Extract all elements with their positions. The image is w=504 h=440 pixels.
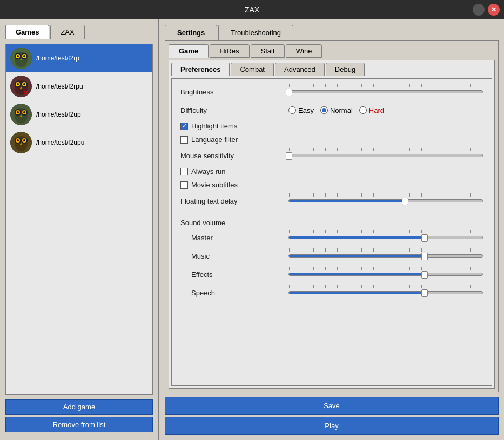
play-button[interactable]: Play	[165, 417, 499, 435]
game-item-1[interactable]: ✕ /home/test/f2rpu	[6, 72, 152, 100]
svg-point-34	[17, 139, 19, 141]
difficulty-radio-group: Easy Normal Hard	[288, 106, 384, 114]
music-volume-control	[288, 254, 483, 258]
bottom-buttons: Save Play	[165, 397, 499, 435]
speech-volume-row: Speech	[180, 286, 483, 299]
game-avatar-2	[10, 104, 32, 125]
save-button[interactable]: Save	[165, 397, 499, 415]
highlight-items-label: Highlight items	[191, 122, 299, 130]
floating-text-delay-ticks	[289, 193, 482, 199]
difficulty-hard[interactable]: Hard	[359, 106, 384, 114]
language-filter-row[interactable]: Language filter	[180, 136, 483, 144]
language-filter-label: Language filter	[191, 136, 299, 144]
tab-settings[interactable]: Settings	[165, 25, 217, 40]
speech-volume-label: Speech	[180, 289, 288, 297]
effects-ticks	[289, 267, 482, 272]
svg-point-7	[23, 55, 25, 57]
pref-content: Brightness	[171, 78, 492, 386]
tab-zax[interactable]: ZAX	[50, 25, 84, 39]
master-volume-label: Master	[180, 234, 288, 242]
pref-tab-debug[interactable]: Debug	[326, 63, 365, 76]
game-settings-area: Preferences Combat Advanced Debug Bright…	[169, 60, 495, 389]
pref-tab-advanced[interactable]: Advanced	[275, 63, 325, 76]
always-run-label: Always run	[191, 167, 299, 175]
always-run-row[interactable]: Always run	[180, 167, 483, 175]
floating-text-delay-row: Floating text delay	[180, 194, 483, 207]
radio-easy-label: Easy	[298, 106, 314, 114]
movie-subtitles-checkbox[interactable]	[180, 181, 188, 189]
app-title: ZAX	[245, 5, 259, 14]
master-volume-slider[interactable]	[288, 236, 483, 239]
music-ticks	[289, 248, 482, 254]
titlebar: ZAX — ✕	[0, 0, 504, 19]
left-tabs: Games ZAX	[5, 25, 153, 39]
top-tabs: Settings Troubleshooting	[165, 25, 499, 40]
brightness-ticks	[289, 84, 482, 90]
svg-text:✕: ✕	[23, 89, 29, 97]
mouse-sensitivity-ticks	[289, 148, 482, 153]
tab-games[interactable]: Games	[5, 25, 49, 39]
movie-subtitles-label: Movie subtitles	[191, 181, 299, 189]
game-avatar-0	[10, 48, 32, 69]
game-path-1: /home/test/f2rpu	[36, 83, 83, 90]
window-controls: — ✕	[473, 4, 500, 16]
svg-point-25	[17, 111, 19, 113]
main-layout: Games ZAX /home/test/f2rp ✕	[0, 19, 504, 440]
svg-point-6	[17, 55, 19, 57]
difficulty-label: Difficulty	[180, 106, 288, 114]
movie-subtitles-row[interactable]: Movie subtitles	[180, 181, 483, 189]
floating-text-delay-label: Floating text delay	[180, 197, 288, 205]
difficulty-easy[interactable]: Easy	[288, 106, 314, 114]
mouse-sensitivity-slider[interactable]	[288, 154, 483, 157]
floating-text-delay-slider[interactable]	[288, 199, 483, 202]
svg-point-16	[23, 83, 25, 85]
language-filter-checkbox[interactable]	[180, 136, 188, 144]
close-button[interactable]: ✕	[488, 4, 500, 16]
tab-troubleshooting[interactable]: Troubleshooting	[218, 25, 293, 40]
highlight-items-checkbox[interactable]: ✓	[180, 123, 188, 130]
svg-point-15	[17, 83, 19, 85]
game-avatar-3	[10, 132, 32, 153]
always-run-checkbox[interactable]	[180, 168, 188, 175]
effects-volume-control	[288, 273, 483, 276]
pref-tabs: Preferences Combat Advanced Debug	[171, 63, 492, 76]
music-volume-slider[interactable]	[288, 254, 483, 258]
game-path-3: /home/test/f2upu	[36, 139, 84, 146]
game-item-0[interactable]: /home/test/f2rp	[6, 44, 152, 72]
music-volume-row: Music	[180, 249, 483, 262]
sub-tab-sfall[interactable]: Sfall	[251, 44, 285, 58]
left-panel: Games ZAX /home/test/f2rp ✕	[0, 19, 159, 440]
brightness-slider[interactable]	[288, 90, 483, 93]
section-divider	[180, 213, 483, 213]
music-volume-label: Music	[180, 252, 288, 260]
settings-area: Game HiRes Sfall Wine Preferences Combat…	[165, 40, 499, 392]
difficulty-normal[interactable]: Normal	[320, 106, 353, 114]
speech-volume-control	[288, 291, 483, 294]
speech-ticks	[289, 285, 482, 290]
highlight-items-row[interactable]: ✓ Highlight items	[180, 122, 483, 130]
floating-text-delay-control	[288, 199, 483, 202]
radio-easy	[288, 106, 296, 114]
sub-tab-hires[interactable]: HiRes	[210, 44, 249, 58]
pref-tab-combat[interactable]: Combat	[231, 63, 274, 76]
minimize-button[interactable]: —	[473, 4, 485, 16]
difficulty-row: Difficulty Easy Normal	[180, 104, 483, 117]
effects-volume-slider[interactable]	[288, 273, 483, 276]
speech-volume-slider[interactable]	[288, 291, 483, 294]
add-game-button[interactable]: Add game	[5, 399, 153, 415]
mouse-sensitivity-control	[288, 154, 483, 157]
radio-normal	[320, 106, 328, 114]
sub-tabs: Game HiRes Sfall Wine	[169, 44, 495, 58]
sub-tab-game[interactable]: Game	[169, 44, 209, 58]
pref-tab-preferences[interactable]: Preferences	[171, 63, 230, 76]
radio-hard-label: Hard	[369, 106, 384, 114]
svg-point-26	[23, 111, 25, 113]
sound-volume-label: Sound volume	[180, 219, 483, 227]
remove-from-list-button[interactable]: Remove from list	[5, 417, 153, 432]
effects-volume-label: Effects	[180, 270, 288, 279]
game-path-2: /home/test/f2up	[36, 111, 81, 118]
sub-tab-wine[interactable]: Wine	[286, 44, 322, 58]
game-item-3[interactable]: /home/test/f2upu	[6, 128, 152, 157]
right-panel: Settings Troubleshooting Game HiRes Sfal…	[159, 19, 504, 440]
game-item-2[interactable]: /home/test/f2up	[6, 100, 152, 128]
